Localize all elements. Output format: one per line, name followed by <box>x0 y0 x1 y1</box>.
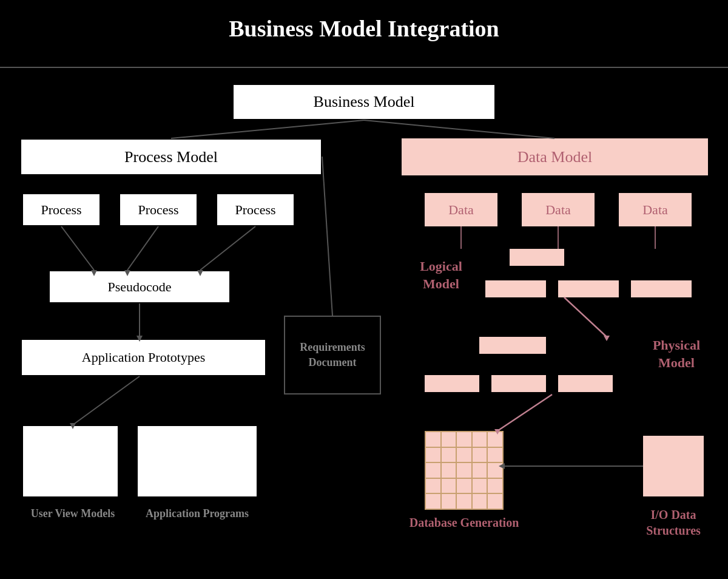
svg-line-15 <box>497 394 552 431</box>
svg-line-13 <box>564 297 607 337</box>
physical-model-label: Physical Model <box>637 337 716 371</box>
svg-line-10 <box>73 376 140 425</box>
svg-line-2 <box>61 226 94 270</box>
user-view-models-box <box>22 425 119 498</box>
user-view-models-label: User View Models <box>18 507 127 521</box>
logical-model-label: Logical Model <box>402 258 480 293</box>
physical-small-2 <box>425 375 479 392</box>
requirements-document-label: Requirements Document <box>284 316 381 394</box>
logical-small-3 <box>558 280 619 297</box>
physical-small-4 <box>558 375 613 392</box>
svg-line-4 <box>200 226 255 270</box>
app-programs-label: Application Programs <box>130 507 264 521</box>
diagram-container: Business Model Integration Business Mode… <box>0 0 728 579</box>
process-box-1: Process <box>22 193 101 226</box>
process-box-2: Process <box>119 193 198 226</box>
io-data-label: I/O Data Structures <box>625 507 722 538</box>
physical-small-1 <box>479 337 546 354</box>
database-grid <box>425 431 504 510</box>
logical-small-2 <box>485 280 546 297</box>
data-model-box: Data Model <box>402 138 708 175</box>
data-box-3: Data <box>619 193 692 226</box>
svg-marker-14 <box>604 336 610 341</box>
page-title: Business Model Integration <box>0 15 728 42</box>
pseudocode-box: Pseudocode <box>49 270 231 303</box>
process-model-box: Process Model <box>20 138 322 175</box>
svg-line-12 <box>322 157 332 316</box>
process-box-3: Process <box>216 193 295 226</box>
svg-line-0 <box>171 120 364 138</box>
data-box-1: Data <box>425 193 497 226</box>
app-prototypes-box: Application Prototypes <box>21 339 266 376</box>
logical-small-1 <box>510 249 564 266</box>
logical-small-4 <box>631 280 692 297</box>
database-generation-label: Database Generation <box>406 515 522 530</box>
business-model-box: Business Model <box>232 84 496 120</box>
physical-small-3 <box>491 375 546 392</box>
io-data-box <box>643 436 704 496</box>
data-box-2: Data <box>522 193 595 226</box>
svg-line-1 <box>364 120 554 138</box>
app-programs-box <box>136 425 258 498</box>
svg-line-3 <box>127 226 158 270</box>
